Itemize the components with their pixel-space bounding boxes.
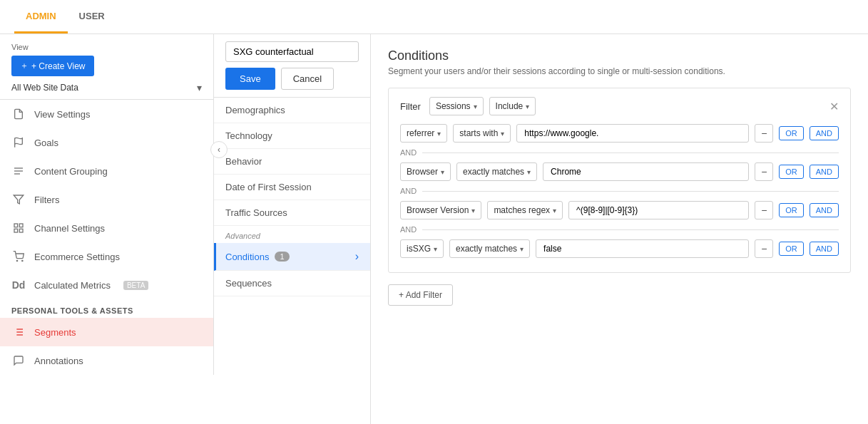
middle-nav-label: Conditions — [225, 252, 269, 262]
middle-nav-label: Date of First Session — [225, 182, 312, 192]
middle-nav-technology[interactable]: Technology — [214, 123, 370, 149]
advanced-section-label: Advanced — [214, 226, 370, 243]
operator-dropdown-3[interactable]: matches regex ▾ — [487, 201, 563, 219]
operator-value-4: exactly matches — [456, 244, 517, 254]
include-dropdown[interactable]: Include ▾ — [489, 97, 536, 115]
document-icon — [11, 107, 26, 121]
filter-block: Filter Sessions ▾ Include ▾ ✕ referrer ▾ — [388, 88, 851, 273]
sidebar-item-annotations[interactable]: Annotations — [0, 346, 213, 375]
create-view-button[interactable]: ＋ + Create View — [11, 56, 94, 76]
dimension-dropdown-2[interactable]: Browser ▾ — [400, 162, 451, 181]
middle-nav-traffic-sources[interactable]: Traffic Sources — [214, 200, 370, 226]
save-button[interactable]: Save — [225, 68, 275, 90]
plus-icon: ＋ — [20, 60, 29, 72]
sidebar-item-view-settings[interactable]: View Settings — [0, 100, 213, 128]
conditions-title: Conditions — [388, 48, 851, 63]
close-icon[interactable]: ✕ — [829, 100, 839, 113]
middle-nav-date-of-first-session[interactable]: Date of First Session — [214, 175, 370, 200]
and-label-3: AND — [400, 225, 417, 234]
middle-panel: Save Cancel Demographics Technology Beha… — [214, 34, 371, 424]
and-separator-3: AND — [400, 225, 839, 234]
and-button-3[interactable]: AND — [810, 203, 839, 217]
or-button-3[interactable]: OR — [779, 203, 804, 217]
remove-filter-button-1[interactable]: − — [755, 124, 773, 143]
svg-marker-4 — [14, 195, 23, 204]
top-nav: ADMIN USER — [0, 0, 868, 34]
or-button-1[interactable]: OR — [779, 126, 804, 140]
sidebar-item-label: Segments — [34, 327, 76, 338]
sidebar-collapse-button[interactable]: ‹ — [210, 141, 228, 158]
filter-icon — [11, 192, 26, 207]
middle-nav-sequences[interactable]: Sequences — [214, 271, 370, 296]
chevron-down-icon: ▾ — [441, 168, 444, 176]
or-button-2[interactable]: OR — [779, 165, 804, 179]
cancel-button[interactable]: Cancel — [281, 68, 334, 90]
chevron-down-icon: ▾ — [197, 82, 202, 93]
sidebar-item-channel-settings[interactable]: Channel Settings — [0, 214, 213, 242]
sidebar-item-ecommerce[interactable]: Ecommerce Settings — [0, 242, 213, 271]
operator-dropdown-1[interactable]: starts with ▾ — [453, 124, 511, 143]
content-panel: Conditions Segment your users and/or the… — [371, 34, 868, 424]
middle-nav-label: Technology — [225, 130, 272, 141]
remove-filter-button-4[interactable]: − — [755, 239, 773, 258]
middle-nav-label: Behavior — [225, 156, 262, 167]
and-button-2[interactable]: AND — [810, 165, 839, 179]
middle-nav-label: Demographics — [225, 105, 285, 115]
sidebar-view-section: View ＋ + Create View All Web Site Data ▾ — [0, 34, 213, 100]
create-view-label: + Create View — [31, 61, 86, 71]
remove-filter-button-3[interactable]: − — [755, 201, 773, 219]
dimension-dropdown-4[interactable]: isSXG ▾ — [400, 239, 444, 258]
main-layout: View ＋ + Create View All Web Site Data ▾… — [0, 34, 868, 424]
sidebar-item-content-grouping[interactable]: Content Grouping — [0, 157, 213, 185]
dimension-value-1: referrer — [407, 128, 434, 138]
operator-dropdown-2[interactable]: exactly matches ▾ — [456, 162, 537, 181]
dimension-value-2: Browser — [407, 167, 438, 177]
middle-nav-conditions[interactable]: Conditions 1 › — [214, 243, 370, 271]
segment-name-input[interactable] — [225, 41, 359, 62]
sidebar-item-segments[interactable]: Segments — [0, 318, 213, 346]
sidebar-item-filters[interactable]: Filters — [0, 185, 213, 214]
sidebar-item-goals[interactable]: Goals — [0, 128, 213, 157]
tab-admin[interactable]: ADMIN — [14, 1, 68, 33]
value-input-2[interactable] — [543, 162, 749, 181]
add-filter-button[interactable]: + Add Filter — [388, 284, 453, 306]
and-button-4[interactable]: AND — [810, 242, 839, 256]
value-input-4[interactable] — [536, 239, 749, 258]
chevron-down-icon: ▾ — [520, 245, 524, 253]
include-dropdown-value: Include — [496, 101, 524, 111]
or-button-4[interactable]: OR — [779, 242, 804, 256]
sidebar-item-label: Channel Settings — [34, 223, 105, 234]
operator-value-2: exactly matches — [463, 167, 524, 177]
beta-badge: BETA — [123, 281, 148, 290]
flag-icon — [11, 135, 26, 150]
middle-nav-demographics[interactable]: Demographics — [214, 98, 370, 123]
value-input-1[interactable] — [516, 124, 749, 143]
sidebar-item-label: Content Grouping — [34, 166, 108, 177]
svg-rect-7 — [19, 229, 23, 232]
svg-point-10 — [22, 260, 23, 261]
tab-user[interactable]: USER — [68, 1, 116, 33]
sessions-dropdown[interactable]: Sessions ▾ — [429, 97, 484, 115]
sidebar-item-label: Calculated Metrics — [34, 280, 111, 291]
sidebar-item-label: View Settings — [34, 109, 91, 120]
svg-point-9 — [16, 260, 17, 261]
and-button-1[interactable]: AND — [810, 126, 839, 140]
segments-icon — [11, 325, 26, 339]
sidebar-view-label: View — [11, 43, 202, 51]
sidebar-item-calculated-metrics[interactable]: Dd Calculated Metrics BETA — [0, 271, 213, 299]
view-dropdown[interactable]: All Web Site Data ▾ — [11, 82, 202, 93]
dimension-dropdown-3[interactable]: Browser Version ▾ — [400, 201, 481, 219]
middle-nav-behavior[interactable]: Behavior — [214, 149, 370, 175]
channel-icon — [11, 221, 26, 235]
chevron-down-icon: ▾ — [471, 207, 475, 214]
operator-dropdown-4[interactable]: exactly matches ▾ — [449, 239, 530, 258]
sidebar-item-label: Filters — [34, 195, 59, 205]
dimension-value-4: isSXG — [407, 244, 431, 254]
filter-row-3: Browser Version ▾ matches regex ▾ − OR A… — [400, 201, 839, 219]
content-icon — [11, 164, 26, 178]
dimension-dropdown-1[interactable]: referrer ▾ — [400, 124, 447, 143]
remove-filter-button-2[interactable]: − — [755, 162, 773, 181]
value-input-3[interactable] — [568, 201, 749, 219]
filter-row-1: referrer ▾ starts with ▾ − OR AND — [400, 124, 839, 143]
and-label-1: AND — [400, 148, 417, 157]
